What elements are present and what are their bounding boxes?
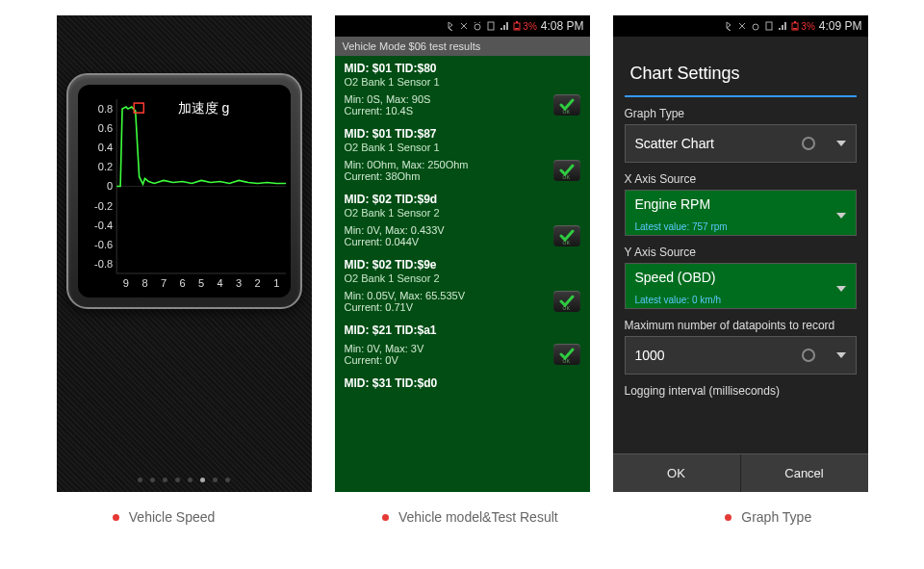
max-points-value: 1000 xyxy=(635,348,665,363)
svg-text:3: 3 xyxy=(236,277,242,289)
svg-text:-0.2: -0.2 xyxy=(94,200,113,212)
svg-text:2: 2 xyxy=(254,277,260,289)
result-item[interactable]: MID: $01 TID:$87O2 Bank 1 Sensor 1Min: 0… xyxy=(335,121,590,187)
y-axis-value: Speed (OBD) xyxy=(635,270,716,285)
y-axis-spinner[interactable]: Speed (OBD) Latest value: 0 km/h xyxy=(625,263,857,309)
svg-point-23 xyxy=(475,24,480,30)
x-axis-value: Engine RPM xyxy=(635,196,711,212)
svg-text:7: 7 xyxy=(160,277,166,289)
mid-tid: MID: $21 TID:$a1 xyxy=(345,323,580,337)
svg-text:8: 8 xyxy=(141,277,147,289)
pass-check-icon: OK xyxy=(553,94,580,116)
clock: 4:09 PM xyxy=(819,19,862,33)
battery-indicator: 3% xyxy=(791,21,814,32)
caption-3: Graph Type xyxy=(725,509,811,525)
bluetooth-icon xyxy=(446,21,455,31)
gauge-card: 0.80.60.40.20-0.2-0.4-0.6-0.8 987654321 … xyxy=(66,73,302,309)
y-axis-label: Y Axis Source xyxy=(625,246,857,259)
svg-text:4: 4 xyxy=(217,277,222,289)
graph-type-value: Scatter Chart xyxy=(635,136,714,151)
vibrate-icon xyxy=(459,21,469,31)
min-max: Min: 0V, Max: 0.433V xyxy=(345,224,580,236)
min-max: Min: 0V, Max: 3V xyxy=(345,343,580,354)
result-item[interactable]: MID: $01 TID:$80O2 Bank 1 Sensor 1Min: 0… xyxy=(335,56,590,121)
pass-check-icon: OK xyxy=(553,291,580,312)
svg-point-28 xyxy=(753,24,758,30)
results-title: Vehicle Mode $06 test results xyxy=(335,37,590,56)
x-axis-spinner[interactable]: Engine RPM Latest value: 757 rpm xyxy=(625,190,857,236)
status-bar: 3% 4:08 PM xyxy=(335,15,590,37)
y-axis-sub: Latest value: 0 km/h xyxy=(635,295,722,305)
clock: 4:08 PM xyxy=(541,19,584,33)
svg-text:0.6: 0.6 xyxy=(97,122,112,134)
mid-tid: MID: $01 TID:$80 xyxy=(345,62,580,75)
sensor-name: O2 Bank 1 Sensor 2 xyxy=(345,272,580,284)
current-value: Current: 10.4S xyxy=(345,105,580,116)
signal-icon xyxy=(500,21,509,31)
battery-indicator: 3% xyxy=(513,21,536,32)
result-item[interactable]: MID: $02 TID:$9eO2 Bank 1 Sensor 2Min: 0… xyxy=(335,252,590,318)
caption-2: Vehicle model&Test Result xyxy=(382,509,558,525)
chevron-down-icon xyxy=(836,213,846,219)
svg-text:0.2: 0.2 xyxy=(97,161,112,172)
interval-label: Logging interval (milliseconds) xyxy=(625,384,857,398)
sim-icon xyxy=(764,21,774,31)
pass-check-icon: OK xyxy=(553,225,580,246)
pass-check-icon: OK xyxy=(553,344,580,365)
bluetooth-icon xyxy=(724,21,733,31)
svg-text:0.4: 0.4 xyxy=(97,142,112,153)
radio-icon xyxy=(802,137,815,150)
min-max: Min: 0Ohm, Max: 250Ohm xyxy=(345,159,580,170)
svg-rect-26 xyxy=(516,21,518,23)
alarm-icon xyxy=(473,21,482,31)
results-list[interactable]: MID: $01 TID:$80O2 Bank 1 Sensor 1Min: 0… xyxy=(335,56,590,492)
status-bar: 3% 4:09 PM xyxy=(613,15,868,37)
result-item[interactable]: MID: $02 TID:$9dO2 Bank 1 Sensor 2Min: 0… xyxy=(335,187,590,252)
svg-rect-32 xyxy=(793,28,797,30)
cancel-button[interactable]: Cancel xyxy=(741,454,868,492)
sensor-name: O2 Bank 1 Sensor 2 xyxy=(345,207,580,219)
chevron-down-icon xyxy=(836,352,846,358)
caption-1: Vehicle Speed xyxy=(113,509,216,525)
min-max: Min: 0S, Max: 90S xyxy=(345,93,580,105)
svg-text:9: 9 xyxy=(122,277,128,289)
page-dots xyxy=(57,478,312,482)
mid-tid: MID: $02 TID:$9d xyxy=(345,193,580,206)
phone-test-results: 3% 4:08 PM Vehicle Mode $06 test results… xyxy=(335,15,590,492)
graph-type-label: Graph Type xyxy=(625,107,857,120)
max-points-spinner[interactable]: 1000 xyxy=(625,336,857,375)
svg-rect-27 xyxy=(515,28,519,30)
mid-tid: MID: $02 TID:$9e xyxy=(345,258,580,272)
result-item[interactable]: MID: $31 TID:$d0 xyxy=(335,371,590,396)
svg-text:5: 5 xyxy=(198,277,204,289)
graph-type-spinner[interactable]: Scatter Chart xyxy=(625,124,857,163)
svg-text:0.8: 0.8 xyxy=(97,103,112,115)
min-max: Min: 0.05V, Max: 65.535V xyxy=(345,290,580,301)
svg-rect-24 xyxy=(488,22,494,30)
svg-text:0: 0 xyxy=(107,180,113,192)
x-axis-sub: Latest value: 757 rpm xyxy=(635,221,728,232)
accel-chart: 0.80.60.40.20-0.2-0.4-0.6-0.8 987654321 … xyxy=(78,85,291,297)
phone-chart-settings: 3% 4:09 PM Chart Settings Graph Type Sca… xyxy=(613,15,868,492)
ok-button[interactable]: OK xyxy=(613,454,741,492)
vibrate-icon xyxy=(737,21,747,31)
svg-text:6: 6 xyxy=(179,277,185,289)
sensor-name: O2 Bank 1 Sensor 1 xyxy=(345,76,580,88)
svg-rect-29 xyxy=(766,22,772,30)
svg-text:加速度 g: 加速度 g xyxy=(177,100,229,116)
result-item[interactable]: MID: $21 TID:$a1Min: 0V, Max: 3VCurrent:… xyxy=(335,318,590,371)
x-axis-label: X Axis Source xyxy=(625,172,857,186)
current-value: Current: 0V xyxy=(345,354,580,366)
mid-tid: MID: $31 TID:$d0 xyxy=(345,376,580,390)
chevron-down-icon xyxy=(836,141,846,146)
dialog-title: Chart Settings xyxy=(625,54,857,97)
pass-check-icon: OK xyxy=(553,160,580,181)
current-value: Current: 38Ohm xyxy=(345,170,580,182)
current-value: Current: 0.044V xyxy=(345,236,580,247)
signal-icon xyxy=(778,21,787,31)
svg-text:-0.6: -0.6 xyxy=(94,239,113,250)
phone-vehicle-speed: 0.80.60.40.20-0.2-0.4-0.6-0.8 987654321 … xyxy=(57,15,312,492)
svg-rect-31 xyxy=(794,21,796,23)
svg-text:1: 1 xyxy=(273,277,279,289)
radio-icon xyxy=(802,349,815,362)
